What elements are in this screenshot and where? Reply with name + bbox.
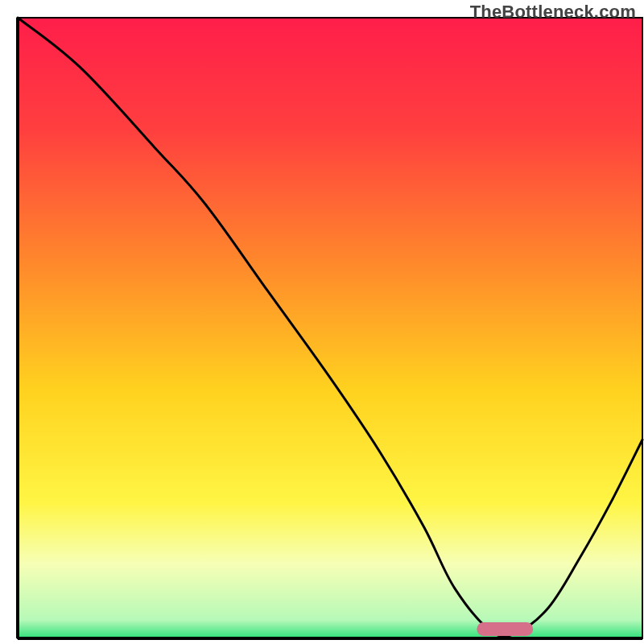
chart-stage: TheBottleneck.com <box>0 0 644 644</box>
bottleneck-chart <box>0 0 644 644</box>
gradient-background <box>18 18 642 638</box>
watermark-text: TheBottleneck.com <box>470 2 636 23</box>
optimal-range-marker <box>477 622 533 636</box>
